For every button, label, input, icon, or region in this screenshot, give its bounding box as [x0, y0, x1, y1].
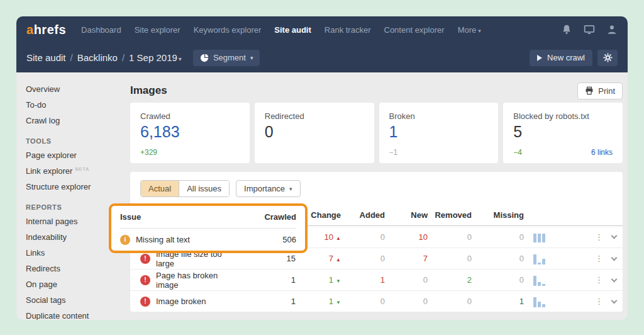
- info-icon: i: [120, 235, 130, 245]
- user-account-icon[interactable]: [606, 24, 618, 35]
- row-menu-icon[interactable]: ⋮: [595, 233, 603, 241]
- top-header: ahrefs Dashboard Site explorer Keywords …: [16, 16, 628, 72]
- history-sparkline: [533, 275, 562, 286]
- sidebar-item-todo[interactable]: To-do: [26, 97, 130, 113]
- change-value: 7: [329, 254, 333, 263]
- annotation-highlight-box: Issue Crawled i Missing alt text 506: [109, 203, 308, 253]
- nav-item-dashboard[interactable]: Dashboard: [81, 25, 121, 35]
- new-value: 0: [385, 275, 428, 285]
- pie-chart-icon: [200, 54, 209, 62]
- change-arrow-icon: ▲: [336, 257, 341, 263]
- history-sparkline: [533, 253, 562, 264]
- gear-icon: [603, 53, 613, 62]
- breadcrumb-site-audit[interactable]: Site audit: [26, 52, 66, 63]
- new-value: 0: [385, 297, 428, 306]
- main-content: Images Print Crawled 6,183 +329 Redirect…: [130, 72, 628, 320]
- nav-item-content-explorer[interactable]: Content explorer: [384, 25, 445, 35]
- card-label: Blocked by robots.txt: [513, 111, 613, 121]
- sidebar-item-overview[interactable]: Overview: [26, 81, 130, 97]
- sidebar-item-link-explorer[interactable]: Link explorerBETA: [26, 163, 130, 179]
- bell-icon[interactable]: [561, 24, 572, 35]
- annotation-crawled-value: 506: [282, 235, 296, 244]
- breadcrumb-separator: /: [70, 52, 73, 63]
- row-menu-icon[interactable]: ⋮: [595, 276, 603, 284]
- settings-button[interactable]: [597, 50, 618, 66]
- crawl-date-dropdown[interactable]: 1 Sep 2019▾: [129, 52, 182, 63]
- nav-item-site-audit[interactable]: Site audit: [274, 25, 311, 35]
- summary-cards: Crawled 6,183 +329 Redirected 0 Broken 1…: [130, 103, 623, 163]
- breadcrumb-separator: /: [122, 52, 125, 63]
- card-value: 6,183: [140, 123, 240, 141]
- sidebar-item-social-tags[interactable]: Social tags: [26, 292, 130, 308]
- issue-label: Page has broken image: [156, 271, 240, 290]
- col-new[interactable]: New: [385, 210, 428, 220]
- sidebar-item-on-page[interactable]: On page: [26, 276, 130, 292]
- card-label: Crawled: [140, 111, 240, 121]
- row-menu-icon[interactable]: ⋮: [595, 297, 603, 305]
- col-removed[interactable]: Removed: [428, 210, 472, 220]
- error-icon: !: [140, 297, 150, 307]
- printer-icon: [585, 86, 594, 95]
- six-links-link[interactable]: 6 links: [591, 148, 613, 157]
- annotation-col-issue: Issue: [120, 212, 141, 222]
- card-crawled[interactable]: Crawled 6,183 +329: [130, 103, 250, 163]
- nav-item-more[interactable]: More▾: [458, 25, 481, 35]
- new-crawl-button[interactable]: New crawl: [530, 50, 592, 66]
- nav-item-keywords-explorer[interactable]: Keywords explorer: [194, 25, 262, 35]
- sidebar-item-page-explorer[interactable]: Page explorer: [26, 147, 130, 163]
- chevron-down-icon: ▾: [179, 55, 182, 62]
- beta-badge: BETA: [75, 166, 89, 172]
- change-arrow-icon: ▼: [336, 278, 341, 284]
- toggle-all-issues[interactable]: All issues: [179, 181, 229, 196]
- card-delta: −1: [389, 148, 398, 157]
- sidebar: Overview To-do Crawl log TOOLS Page expl…: [16, 72, 130, 320]
- annotation-col-crawled: Crawled: [264, 212, 296, 222]
- col-added[interactable]: Added: [341, 210, 385, 220]
- card-label: Redirected: [265, 111, 364, 121]
- nav-item-rank-tracker[interactable]: Rank tracker: [325, 25, 371, 35]
- importance-dropdown[interactable]: Importance ▾: [236, 180, 301, 197]
- play-icon: [537, 55, 542, 61]
- change-arrow-icon: ▼: [336, 300, 341, 305]
- card-redirected[interactable]: Redirected 0: [255, 103, 374, 163]
- change-value: 1: [329, 297, 333, 306]
- nav-item-site-explorer[interactable]: Site explorer: [135, 25, 180, 35]
- toggle-actual[interactable]: Actual: [141, 181, 179, 196]
- breadcrumb: Site audit / Backlinko / 1 Sep 2019▾: [26, 52, 182, 63]
- chevron-down-icon: ▾: [478, 28, 481, 34]
- change-arrow-icon: ▲: [336, 236, 341, 241]
- sidebar-item-duplicate-content[interactable]: Duplicate content: [26, 308, 130, 320]
- actual-allissues-toggle: Actual All issues: [140, 180, 230, 197]
- expand-chevron-icon[interactable]: [611, 297, 618, 304]
- sidebar-item-crawl-log[interactable]: Crawl log: [26, 113, 130, 128]
- history-sparkline: [533, 231, 562, 242]
- logo-rest: hrefs: [34, 23, 66, 37]
- expand-chevron-icon[interactable]: [611, 276, 618, 282]
- ahrefs-logo[interactable]: ahrefs: [26, 23, 66, 37]
- new-crawl-label: New crawl: [547, 53, 585, 62]
- new-value: 10: [385, 232, 428, 242]
- sidebar-item-redirects[interactable]: Redirects: [26, 261, 130, 276]
- table-row-image-broken[interactable]: !Image broken 1 1▼ 0 0 0 1 ⋮: [130, 290, 623, 312]
- card-label: Broken: [389, 111, 489, 121]
- desktop-app-icon[interactable]: [584, 24, 595, 35]
- row-menu-icon[interactable]: ⋮: [595, 254, 603, 263]
- print-button[interactable]: Print: [577, 82, 623, 99]
- header-actions: New crawl: [530, 50, 618, 66]
- added-value: 1: [341, 275, 385, 285]
- sidebar-item-structure-explorer[interactable]: Structure explorer: [26, 179, 130, 195]
- annotation-issue-label: Missing alt text: [136, 235, 190, 244]
- col-missing[interactable]: Missing: [472, 210, 524, 220]
- card-broken[interactable]: Broken 1 −1: [379, 103, 499, 163]
- table-row-page-broken-image[interactable]: !Page has broken image 1 1▼ 1 0 2 0 ⋮: [130, 269, 623, 290]
- header-icons: [561, 24, 618, 35]
- sub-header: Site audit / Backlinko / 1 Sep 2019▾ Seg…: [26, 43, 618, 72]
- error-icon: !: [140, 254, 150, 264]
- segment-button[interactable]: Segment ▾: [193, 50, 260, 66]
- card-value: 1: [389, 123, 489, 141]
- breadcrumb-project[interactable]: Backlinko: [77, 52, 118, 63]
- card-blocked-robots[interactable]: Blocked by robots.txt 5 −4 6 links: [503, 103, 623, 163]
- expand-chevron-icon[interactable]: [611, 233, 618, 239]
- expand-chevron-icon[interactable]: [611, 254, 618, 261]
- added-value: 0: [341, 297, 385, 306]
